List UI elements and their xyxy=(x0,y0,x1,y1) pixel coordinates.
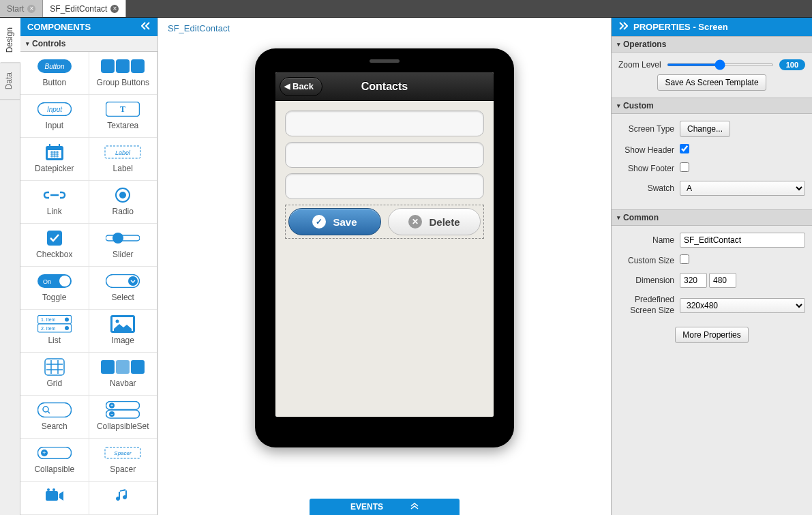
properties-panel: PROPERTIES - Screen Operations Zoom Leve… xyxy=(611,18,812,515)
svg-text:+: + xyxy=(42,450,46,456)
swatch-select[interactable]: A xyxy=(680,181,805,196)
tab-editcontact[interactable]: SF_EditContact × xyxy=(43,0,126,17)
delete-button[interactable]: ✕ Delete xyxy=(388,208,481,235)
component-label: Spacer xyxy=(110,465,136,474)
component-collapsible[interactable]: + Collapsible xyxy=(20,439,89,482)
show-footer-checkbox[interactable] xyxy=(680,162,689,172)
component-label: Search xyxy=(42,422,67,431)
delete-label: Delete xyxy=(429,216,460,228)
svg-rect-2 xyxy=(101,59,115,73)
component-label: Textarea xyxy=(107,121,138,130)
svg-text:+: + xyxy=(110,403,113,408)
close-icon[interactable]: × xyxy=(27,5,35,13)
navbar-icon xyxy=(92,357,155,377)
component-link[interactable]: Link xyxy=(20,181,89,224)
show-header-label: Show Header xyxy=(618,145,674,155)
custom-label: Custom xyxy=(623,101,654,111)
component-button[interactable]: Button Button xyxy=(20,52,89,95)
text-input-1[interactable] xyxy=(285,111,484,136)
component-navbar[interactable]: Navbar xyxy=(89,353,158,396)
custom-section[interactable]: Custom xyxy=(612,98,812,114)
svg-point-39 xyxy=(116,320,119,323)
zoom-label: Zoom Level xyxy=(618,60,661,70)
component-label: Radio xyxy=(112,207,134,216)
component-checkbox[interactable]: Checkbox xyxy=(20,224,89,267)
tab-start[interactable]: Start × xyxy=(0,0,43,17)
svg-rect-47 xyxy=(131,360,145,374)
component-collapsibleset[interactable]: +− CollapsibleSet xyxy=(89,396,158,439)
swatch-label: Swatch xyxy=(618,183,674,193)
predefined-select[interactable]: 320x480 xyxy=(680,298,805,313)
expand-up-icon xyxy=(410,502,419,512)
svg-point-30 xyxy=(128,276,138,286)
svg-point-63 xyxy=(47,488,50,491)
svg-point-64 xyxy=(52,488,55,491)
name-field[interactable] xyxy=(680,233,805,248)
dimension-label: Dimension xyxy=(618,276,674,285)
breadcrumb[interactable]: SF_EditContact xyxy=(158,18,611,39)
design-canvas: SF_EditContact Back Contacts xyxy=(158,18,611,515)
component-label: Button xyxy=(42,78,66,87)
back-button[interactable]: Back xyxy=(280,77,322,96)
close-icon[interactable]: × xyxy=(110,5,119,13)
component-image[interactable]: Image xyxy=(89,310,158,353)
device-screen[interactable]: Back Contacts ✓ Save xyxy=(275,72,494,417)
button-row[interactable]: ✓ Save ✕ Delete xyxy=(285,205,484,239)
collapse-left-icon[interactable] xyxy=(141,22,151,32)
component-label: Group Buttons xyxy=(97,78,149,87)
component-datepicker[interactable]: Datepicker xyxy=(20,138,89,181)
top-tab-bar: Start × SF_EditContact × xyxy=(0,0,812,18)
svg-text:Spacer: Spacer xyxy=(115,450,132,456)
component-label: Select xyxy=(112,293,134,302)
show-header-checkbox[interactable] xyxy=(680,144,689,153)
tab-start-label: Start xyxy=(7,4,24,14)
operations-section[interactable]: Operations xyxy=(612,36,812,53)
save-label: Save xyxy=(333,216,357,228)
width-field[interactable] xyxy=(680,273,707,288)
component-label: CollapsibleSet xyxy=(97,422,149,431)
component-list[interactable]: 1. Item2. Item List xyxy=(20,310,89,353)
svg-text:On: On xyxy=(43,278,51,285)
common-section[interactable]: Common xyxy=(612,209,812,226)
change-button[interactable]: Change... xyxy=(680,121,730,137)
save-template-button[interactable]: Save As Screen Template xyxy=(657,74,766,91)
search-icon xyxy=(23,400,86,420)
component-textarea[interactable]: T Textarea xyxy=(89,95,158,138)
component-toggle[interactable]: On Toggle xyxy=(20,267,89,310)
component-select[interactable]: Select xyxy=(89,267,158,310)
component-video[interactable] xyxy=(20,482,89,515)
text-input-3[interactable] xyxy=(285,173,484,199)
component-group-buttons[interactable]: Group Buttons xyxy=(89,52,158,95)
component-audio[interactable] xyxy=(89,482,158,515)
expand-right-icon[interactable] xyxy=(618,22,628,32)
save-button[interactable]: ✓ Save xyxy=(288,208,381,235)
component-label[interactable]: Label Label xyxy=(89,138,158,181)
breadcrumb-text: SF_EditContact xyxy=(168,23,230,33)
list-icon: 1. Item2. Item xyxy=(23,314,86,334)
component-spacer[interactable]: Spacer Spacer xyxy=(89,439,158,482)
text-input-2[interactable] xyxy=(285,142,484,168)
height-field[interactable] xyxy=(709,273,736,288)
svg-rect-62 xyxy=(46,491,58,501)
components-header: COMPONENTS xyxy=(20,18,157,36)
component-grid[interactable]: Grid xyxy=(20,353,89,396)
controls-section-label: Controls xyxy=(32,39,65,48)
more-properties-button[interactable]: More Properties xyxy=(675,327,748,343)
side-tab-data[interactable]: Data xyxy=(0,63,20,100)
events-bar[interactable]: EVENTS xyxy=(310,499,460,515)
video-icon xyxy=(23,486,86,506)
zoom-slider[interactable] xyxy=(667,63,774,66)
operations-label: Operations xyxy=(623,40,666,49)
svg-point-25 xyxy=(112,233,123,244)
component-input[interactable]: Input Input xyxy=(20,95,89,138)
side-tab-design[interactable]: Design xyxy=(0,18,20,63)
custom-size-checkbox[interactable] xyxy=(680,254,689,264)
component-radio[interactable]: Radio xyxy=(89,181,158,224)
component-search[interactable]: Search xyxy=(20,396,89,439)
collapsibleset-icon: +− xyxy=(92,400,155,420)
controls-section-header[interactable]: Controls xyxy=(20,36,157,52)
slider-icon xyxy=(92,228,155,248)
component-slider[interactable]: Slider xyxy=(89,224,158,267)
component-label: List xyxy=(48,336,61,345)
textarea-icon: T xyxy=(92,99,155,119)
